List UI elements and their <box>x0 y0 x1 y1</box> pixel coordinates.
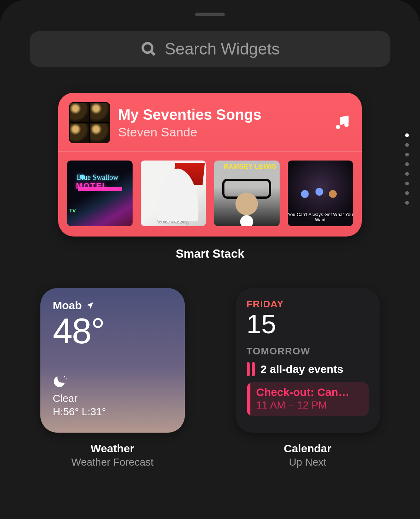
smart-stack-widget[interactable]: My Seventies Songs Steven Sande Blue Swa… <box>58 93 362 237</box>
calendar-event[interactable]: Check-out: Can… 11 AM – 12 PM <box>247 382 369 416</box>
calendar-column: FRIDAY 15 TOMORROW 2 all-day events Chec… <box>225 288 390 468</box>
album-4[interactable]: You Can't Always Get What You Want <box>288 161 353 226</box>
calendar-daynum: 15 <box>247 311 369 337</box>
album-3[interactable]: RAMSEY LEWIS <box>214 161 280 226</box>
stack-page-dots[interactable] <box>405 133 409 205</box>
calendar-allday-bars <box>247 362 255 376</box>
stack-dot[interactable] <box>405 162 409 166</box>
album-row: Blue Swallow MOTEL TV White Wedding RAMS… <box>58 151 362 237</box>
calendar-event-title: Check-out: Can… <box>256 386 350 399</box>
stack-dot[interactable] <box>405 172 409 176</box>
weather-column: Moab 48° Clear H:56° L:31° Weather Weath… <box>30 288 195 468</box>
weather-location: Moab <box>53 299 172 312</box>
calendar-allday-count: 2 all-day events <box>261 363 343 376</box>
playlist-title: My Seventies Songs <box>118 106 326 123</box>
playlist-owner: Steven Sande <box>118 125 326 139</box>
calendar-widget-sub: Up Next <box>284 456 331 468</box>
stack-dot[interactable] <box>405 182 409 185</box>
music-note-icon <box>334 114 351 131</box>
calendar-widget-name: Calendar <box>284 442 331 455</box>
event-color-bar <box>252 362 255 376</box>
weather-widget[interactable]: Moab 48° Clear H:56° L:31° <box>40 288 185 433</box>
weather-widget-name: Weather <box>71 442 153 455</box>
event-color-bar <box>247 362 250 376</box>
calendar-dayname: FRIDAY <box>247 298 369 310</box>
smart-stack-label: Smart Stack <box>30 247 390 261</box>
svg-point-0 <box>143 43 152 53</box>
location-arrow-icon <box>86 301 94 310</box>
svg-line-1 <box>151 52 155 55</box>
calendar-event-time: 11 AM – 12 PM <box>256 399 350 411</box>
stack-dot[interactable] <box>405 201 409 205</box>
calendar-allday-row: 2 all-day events <box>247 362 369 376</box>
event-color-stripe <box>247 382 250 416</box>
search-icon <box>140 41 157 57</box>
playlist-artwork <box>69 102 110 143</box>
svg-point-3 <box>66 378 67 379</box>
search-input[interactable]: Search Widgets <box>30 31 390 67</box>
stack-dot[interactable] <box>405 143 409 147</box>
widgets-row: Moab 48° Clear H:56° L:31° Weather Weath… <box>30 288 390 468</box>
widget-gallery-sheet: Search Widgets My Seventies Songs Steven… <box>0 0 420 519</box>
stack-dot[interactable] <box>405 133 409 137</box>
weather-widget-sub: Weather Forecast <box>71 456 153 468</box>
stack-dot[interactable] <box>405 191 409 195</box>
sheet-grabber[interactable] <box>195 13 225 16</box>
album-1[interactable]: Blue Swallow MOTEL TV <box>67 161 133 226</box>
album-2[interactable]: White Wedding <box>141 161 206 226</box>
stack-dot[interactable] <box>405 153 409 156</box>
svg-point-2 <box>64 376 65 377</box>
calendar-widget[interactable]: FRIDAY 15 TOMORROW 2 all-day events Chec… <box>236 288 380 433</box>
weather-condition-icon <box>53 373 172 390</box>
calendar-section: TOMORROW <box>247 346 369 357</box>
smart-stack-area: My Seventies Songs Steven Sande Blue Swa… <box>30 93 390 261</box>
search-placeholder: Search Widgets <box>165 40 280 58</box>
weather-temp: 48° <box>53 313 172 349</box>
weather-hilo: H:56° L:31° <box>53 406 172 418</box>
weather-condition: Clear <box>53 393 172 404</box>
music-header: My Seventies Songs Steven Sande <box>58 93 362 151</box>
